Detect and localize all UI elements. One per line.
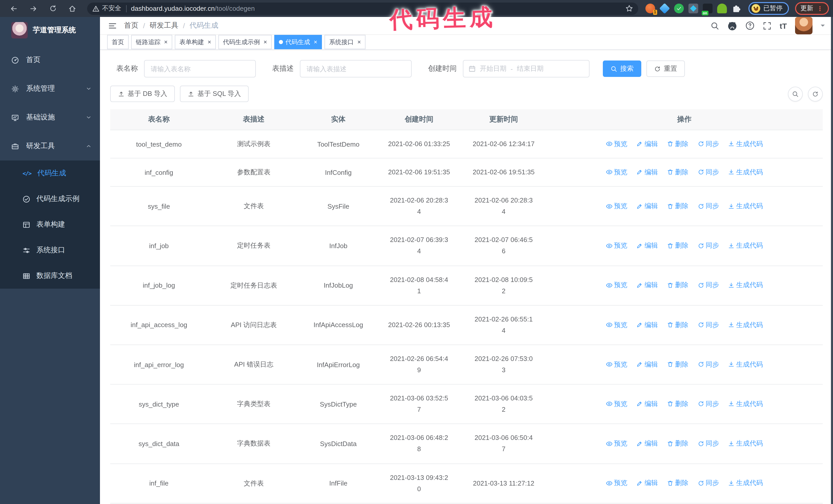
preview-link[interactable]: 预览 (606, 439, 627, 448)
delete-link[interactable]: 删除 (667, 479, 688, 488)
generate-code-link[interactable]: 生成代码 (728, 479, 763, 488)
close-icon[interactable]: × (208, 39, 211, 46)
preview-link[interactable]: 预览 (606, 479, 627, 488)
date-range-picker[interactable]: 开始日期 - 结束日期 (463, 60, 590, 77)
sidebar-item-system-api[interactable]: 系统接口 (0, 237, 100, 263)
breadcrumb-home[interactable]: 首页 (124, 21, 138, 30)
bookmark-star-button[interactable] (625, 5, 633, 12)
generate-code-link[interactable]: 生成代码 (728, 400, 763, 409)
sync-link[interactable]: 同步 (697, 281, 719, 290)
breadcrumb-dev-tools[interactable]: 研发工具 (150, 21, 178, 30)
generate-code-link[interactable]: 生成代码 (728, 281, 763, 290)
extension-check-icon[interactable] (674, 4, 684, 13)
preview-link[interactable]: 预览 (606, 400, 627, 409)
github-link[interactable] (728, 21, 737, 30)
browser-update-button[interactable]: 更新 ⋮ (795, 2, 829, 15)
sidebar-toggle-button[interactable] (108, 21, 117, 30)
user-avatar[interactable] (795, 17, 812, 34)
browser-home-button[interactable] (66, 2, 79, 15)
import-db-button[interactable]: 基于 DB 导入 (110, 86, 175, 102)
edit-link[interactable]: 编辑 (636, 281, 658, 290)
search-button[interactable]: 搜索 (603, 61, 641, 77)
table-desc-input[interactable] (300, 60, 412, 77)
generate-code-link[interactable]: 生成代码 (728, 241, 763, 250)
table-name-input[interactable] (144, 60, 256, 77)
tab-codegen[interactable]: 代码生成× (274, 35, 322, 49)
preview-link[interactable]: 预览 (606, 241, 627, 250)
extension-switch-icon[interactable]: on (703, 4, 713, 13)
preview-link[interactable]: 预览 (606, 320, 627, 330)
sync-link[interactable]: 同步 (697, 360, 719, 369)
preview-link[interactable]: 预览 (606, 140, 627, 149)
edit-link[interactable]: 编辑 (636, 439, 658, 448)
browser-reload-button[interactable] (46, 2, 60, 15)
edit-link[interactable]: 编辑 (636, 360, 658, 369)
browser-forward-button[interactable] (27, 2, 40, 15)
sidebar-item-code-generation[interactable]: </> 代码生成 (0, 161, 100, 186)
site-security-chip[interactable]: 不安全 (92, 4, 121, 13)
edit-link[interactable]: 编辑 (636, 241, 658, 250)
extensions-puzzle-icon[interactable] (732, 4, 741, 13)
delete-link[interactable]: 删除 (667, 168, 688, 177)
delete-link[interactable]: 删除 (667, 201, 688, 211)
edit-link[interactable]: 编辑 (636, 140, 658, 149)
preview-link[interactable]: 预览 (606, 201, 627, 211)
extension-tiles-icon[interactable] (688, 4, 698, 13)
reset-button[interactable]: 重置 (646, 61, 685, 77)
close-icon[interactable]: × (164, 39, 168, 46)
preview-link[interactable]: 预览 (606, 360, 627, 369)
generate-code-link[interactable]: 生成代码 (728, 439, 763, 448)
delete-link[interactable]: 删除 (667, 140, 688, 149)
generate-code-link[interactable]: 生成代码 (728, 140, 763, 149)
caret-down-icon[interactable] (821, 25, 825, 29)
sync-link[interactable]: 同步 (697, 400, 719, 409)
tab-home[interactable]: 首页 (107, 35, 129, 49)
extension-orange-icon[interactable]: 1 (645, 4, 655, 13)
extension-gem-icon[interactable] (659, 3, 670, 14)
sidebar-item-code-generation-example[interactable]: 代码生成示例 (0, 186, 100, 212)
sidebar-item-dev-tools[interactable]: 研发工具 (0, 132, 100, 161)
generate-code-link[interactable]: 生成代码 (728, 360, 763, 369)
import-sql-button[interactable]: 基于 SQL 导入 (180, 86, 249, 102)
preview-link[interactable]: 预览 (606, 281, 627, 290)
tab-trace[interactable]: 链路追踪× (131, 35, 172, 49)
tab-system-api[interactable]: 系统接口× (325, 35, 365, 49)
url-bar[interactable]: 不安全 dashboard.yudao.iocoder.cn/tool/code… (87, 2, 638, 15)
sidebar-logo[interactable]: 芋道管理系统 (0, 17, 100, 44)
delete-link[interactable]: 删除 (667, 360, 688, 369)
delete-link[interactable]: 删除 (667, 400, 688, 409)
sync-link[interactable]: 同步 (697, 439, 719, 448)
generate-code-link[interactable]: 生成代码 (728, 201, 763, 211)
preview-link[interactable]: 预览 (606, 168, 627, 177)
sidebar-item-database-doc[interactable]: 数据库文档 (0, 263, 100, 289)
more-menu-icon[interactable]: ⋮ (817, 6, 823, 11)
sync-link[interactable]: 同步 (697, 168, 719, 177)
header-search-button[interactable] (711, 21, 719, 30)
sync-link[interactable]: 同步 (697, 201, 719, 211)
generate-code-link[interactable]: 生成代码 (728, 320, 763, 330)
sync-link[interactable]: 同步 (697, 140, 719, 149)
sidebar-item-form-builder[interactable]: 表单构建 (0, 212, 100, 237)
delete-link[interactable]: 删除 (667, 320, 688, 330)
sync-link[interactable]: 同步 (697, 320, 719, 330)
tab-form-builder[interactable]: 表单构建× (175, 35, 216, 49)
edit-link[interactable]: 编辑 (636, 400, 658, 409)
edit-link[interactable]: 编辑 (636, 168, 658, 177)
edit-link[interactable]: 编辑 (636, 479, 658, 488)
extension-key-icon[interactable] (717, 4, 727, 13)
tab-codegen-example[interactable]: 代码生成示例× (218, 35, 272, 49)
generate-code-link[interactable]: 生成代码 (728, 168, 763, 177)
refresh-table-button[interactable] (808, 87, 823, 101)
close-icon[interactable]: × (263, 39, 267, 46)
delete-link[interactable]: 删除 (667, 241, 688, 250)
fullscreen-button[interactable] (763, 21, 771, 30)
browser-back-button[interactable] (7, 2, 21, 15)
toggle-search-button[interactable] (788, 87, 803, 101)
page-scrollbar[interactable] (831, 17, 833, 504)
close-icon[interactable]: × (314, 39, 317, 46)
sync-link[interactable]: 同步 (697, 241, 719, 250)
delete-link[interactable]: 删除 (667, 439, 688, 448)
edit-link[interactable]: 编辑 (636, 320, 658, 330)
sync-link[interactable]: 同步 (697, 479, 719, 488)
text-size-button[interactable]: tT (780, 21, 787, 30)
